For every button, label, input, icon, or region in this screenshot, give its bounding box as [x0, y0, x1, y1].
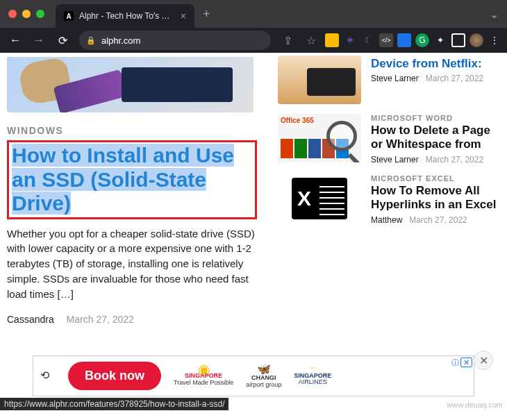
magnifying-glass-icon [326, 121, 357, 151]
sidebar-category[interactable]: MICROSOFT EXCEL [371, 174, 500, 183]
extension-icon[interactable]: ☾ [361, 33, 375, 47]
profile-avatar[interactable] [469, 33, 483, 47]
ad-logo-singapore: ◉ SINGAPORE Travel Made Possible [174, 366, 233, 387]
article-excerpt: Whether you opt for a cheaper solid-stat… [7, 226, 257, 302]
ad-logo-changi: 🦋 CHANGI airport group [246, 363, 281, 389]
back-button[interactable]: ← [6, 31, 25, 50]
sidebar-title[interactable]: How to Delete a Page or Whitespace from [371, 124, 500, 152]
tab-favicon: A [64, 11, 74, 21]
reload-button[interactable]: ⟳ [53, 31, 72, 50]
sidebar-article[interactable]: Device from Netflix: Steve LarnerMarch 2… [278, 56, 500, 104]
thumb-label: Office 365 [281, 117, 314, 124]
minimize-window-button[interactable] [22, 10, 31, 18]
browser-toolbar: ← → ⟳ 🔒 alphr.com ⇪ ☆ ✳ ☾ </> G ✦ ⋮ [0, 28, 507, 53]
sidebar-category[interactable]: MICROSOFT WORD [371, 114, 500, 122]
extension-icon[interactable] [451, 33, 465, 47]
publish-date: March 27, 2022 [67, 314, 134, 325]
lock-icon: 🔒 [86, 36, 96, 45]
sidebar-title[interactable]: Device from Netflix: [371, 57, 500, 71]
new-tab-button[interactable]: + [203, 7, 210, 22]
kebab-menu-icon[interactable]: ⋮ [488, 33, 501, 47]
window-titlebar: A Alphr - Tech How To's & Guide × + ⌄ [0, 0, 507, 28]
bookmark-icon[interactable]: ☆ [301, 31, 321, 50]
ad-logo-sq: 〰 SINGAPORE AIRLINES [294, 366, 331, 387]
extension-icon[interactable]: G [415, 33, 429, 47]
sidebar-column: Device from Netflix: Steve LarnerMarch 2… [278, 53, 500, 386]
main-column: WINDOWS How to Install and Use an SSD (S… [7, 53, 257, 386]
sidebar-meta: Steve LarnerMarch 27, 2022 [371, 74, 500, 83]
adchoices-badge[interactable]: ⓘ✕ [451, 358, 472, 368]
author-name[interactable]: Cassandra [7, 314, 54, 325]
article-category[interactable]: WINDOWS [7, 125, 257, 136]
article-headline[interactable]: How to Install and Use an SSD (Solid-Sta… [12, 144, 252, 216]
watermark: www.deuaq.com [447, 401, 503, 409]
extension-icon[interactable] [325, 33, 339, 47]
headline-highlight-box: How to Install and Use an SSD (Solid-Sta… [7, 140, 257, 219]
extensions-menu-icon[interactable]: ✦ [433, 33, 447, 47]
sidebar-article[interactable]: Office 365 MICROSOFT WORD How to Delete … [278, 114, 500, 165]
ad-close-button[interactable]: ✕ [474, 351, 493, 370]
article-byline: Cassandra March 27, 2022 [7, 314, 257, 325]
sidebar-meta: MatthewMarch 27, 2022 [371, 215, 500, 225]
extension-icon[interactable]: ✳ [343, 33, 357, 47]
browser-tab[interactable]: A Alphr - Tech How To's & Guide × [56, 4, 194, 28]
share-icon[interactable]: ⇪ [278, 31, 297, 50]
sidebar-thumb [278, 56, 361, 104]
extension-icon[interactable]: </> [379, 33, 393, 47]
article-hero-image[interactable] [7, 57, 254, 112]
extension-icons: ✳ ☾ </> G ✦ ⋮ [325, 33, 501, 47]
sidebar-article[interactable]: X MICROSOFT EXCEL How To Remove All Hype… [278, 174, 500, 225]
status-bar: https://www.alphr.com/features/378925/ho… [0, 398, 228, 410]
sidebar-thumb: X [278, 174, 361, 223]
sidebar-meta: Steve LarnerMarch 27, 2022 [371, 155, 500, 165]
sidebar-thumb: Office 365 [278, 114, 361, 162]
traffic-lights [8, 10, 44, 18]
forward-button[interactable]: → [29, 31, 49, 50]
excel-icon: X [292, 178, 347, 219]
tab-title: Alphr - Tech How To's & Guide [79, 11, 175, 21]
tabs-overflow-icon[interactable]: ⌄ [490, 8, 499, 21]
extension-icon[interactable] [397, 33, 411, 47]
ad-cta-button[interactable]: Book now [68, 362, 161, 390]
ad-refresh-icon[interactable]: ⟲ [40, 369, 56, 384]
maximize-window-button[interactable] [36, 10, 44, 18]
url-text: alphr.com [101, 35, 140, 46]
tab-close-icon[interactable]: × [181, 10, 186, 22]
close-window-button[interactable] [8, 10, 17, 18]
ad-banner[interactable]: ⟲ Book now ◉ SINGAPORE Travel Made Possi… [33, 355, 474, 396]
sidebar-title[interactable]: How To Remove All Hyperlinks in an Excel [371, 184, 500, 212]
address-bar[interactable]: 🔒 alphr.com [79, 31, 271, 50]
page-content: WINDOWS How to Install and Use an SSD (S… [0, 53, 507, 386]
